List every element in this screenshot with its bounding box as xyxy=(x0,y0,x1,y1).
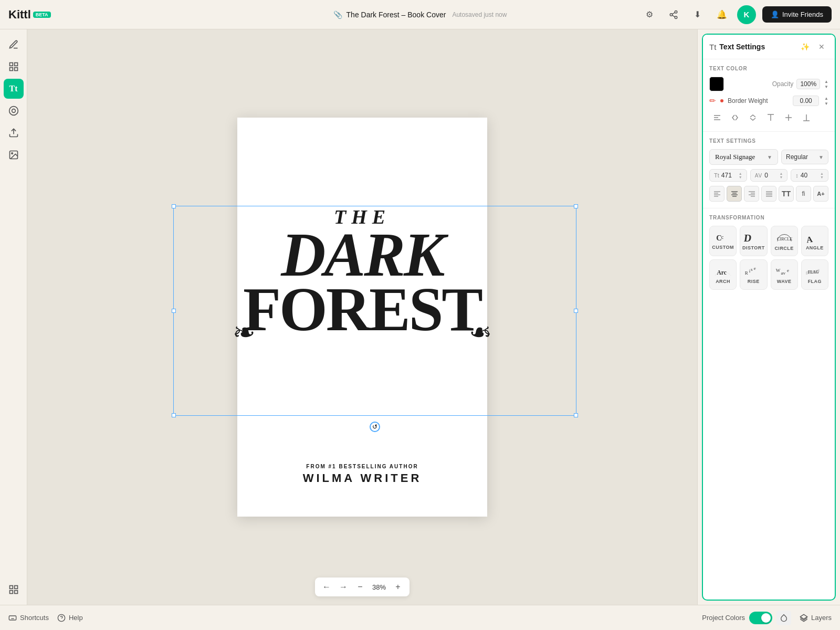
border-color-dot[interactable] xyxy=(720,99,723,102)
file-title[interactable]: The Dark Forest – Book Cover xyxy=(346,10,446,19)
app-logo[interactable]: Kittl BETA xyxy=(8,8,51,22)
canvas-area[interactable]: ↺ THE DARK FOREST ❧ ❧ FROM #1 BEST xyxy=(27,29,697,605)
svg-point-10 xyxy=(12,109,15,113)
sidebar-item-templates[interactable] xyxy=(4,57,24,77)
transform-angle-button[interactable]: A ANGLE xyxy=(801,226,828,256)
line-height-icon: ↕ xyxy=(795,172,799,178)
handle-mid-right[interactable] xyxy=(574,309,578,313)
border-down[interactable]: ▼ xyxy=(824,101,828,106)
font-size-down[interactable]: ▼ xyxy=(739,175,742,179)
layers-button[interactable]: Layers xyxy=(800,614,832,622)
handle-bottom-right[interactable] xyxy=(574,413,578,417)
sidebar-item-photos[interactable] xyxy=(4,145,24,165)
transform-wave-button[interactable]: W av e WAVE xyxy=(771,259,798,290)
sidebar-item-uploads[interactable] xyxy=(4,123,24,143)
handle-top-left[interactable] xyxy=(172,204,176,208)
project-colors-toggle[interactable] xyxy=(749,612,772,624)
align-middle-button[interactable] xyxy=(781,110,796,125)
handle-bottom-left[interactable] xyxy=(172,413,176,417)
font-size-value[interactable]: 471 xyxy=(721,172,737,179)
align-top-button[interactable] xyxy=(763,110,779,125)
metrics-row: Tt 471 ▲ ▼ AV 0 ▲ ▼ xyxy=(709,169,828,182)
align-flip-v-button[interactable] xyxy=(745,110,761,125)
panel-close-button[interactable]: ✕ xyxy=(815,40,828,54)
handle-top-right[interactable] xyxy=(574,204,578,208)
opacity-spinner[interactable]: ▲ ▼ xyxy=(824,79,828,89)
text-align-left-button[interactable] xyxy=(709,186,724,202)
line-height-value[interactable]: 40 xyxy=(801,172,818,179)
sidebar-item-grid[interactable] xyxy=(4,580,24,600)
border-weight-value[interactable]: 0.00 xyxy=(793,96,819,106)
font-size-spinner[interactable]: ▲ ▼ xyxy=(739,172,742,179)
settings-button[interactable]: ⚙ xyxy=(640,6,658,24)
panel-title: Text Settings xyxy=(719,43,798,51)
zoom-arrow-right[interactable]: → xyxy=(336,580,351,594)
invite-friends-button[interactable]: 👤 Invite Friends xyxy=(762,6,832,23)
svg-text:s: s xyxy=(751,267,753,272)
font-size-up[interactable]: ▲ xyxy=(739,172,742,175)
bottom-left: Shortcuts Help xyxy=(8,614,83,622)
transform-arch-button[interactable]: Arc ARCH xyxy=(709,259,737,290)
align-flip-h-button[interactable] xyxy=(727,110,743,125)
line-height-down[interactable]: ▼ xyxy=(820,175,824,179)
tracking-spinner[interactable]: ▲ ▼ xyxy=(779,172,783,179)
border-pencil-icon: ✏ xyxy=(709,96,716,106)
tracking-box[interactable]: AV 0 ▲ ▼ xyxy=(750,169,788,182)
svg-text:R: R xyxy=(745,270,748,275)
book-cover[interactable]: ↺ THE DARK FOREST ❧ ❧ FROM #1 BEST xyxy=(237,118,487,517)
transform-rise-button[interactable]: R i s e RISE xyxy=(740,259,767,290)
tracking-down[interactable]: ▼ xyxy=(779,175,783,179)
line-height-spinner[interactable]: ▲ ▼ xyxy=(820,172,824,179)
text-bold-button[interactable]: TT xyxy=(779,186,794,202)
align-bottom-button[interactable] xyxy=(799,110,814,125)
toggle-knob xyxy=(761,613,771,623)
text-ligature-button[interactable]: fi xyxy=(796,186,811,202)
share-button[interactable] xyxy=(665,6,682,24)
zoom-out-button[interactable]: − xyxy=(353,580,368,594)
zoom-value[interactable]: 38% xyxy=(370,583,388,591)
transform-circle-button[interactable]: CIRCLE CIRCLE xyxy=(771,226,798,256)
tracking-value[interactable]: 0 xyxy=(764,172,777,179)
panel-magic-button[interactable]: ✨ xyxy=(798,40,812,54)
avatar[interactable]: K xyxy=(737,5,756,24)
opacity-value[interactable]: 100% xyxy=(796,79,820,89)
rotate-handle[interactable]: ↺ xyxy=(370,422,380,432)
text-align-right-button[interactable] xyxy=(744,186,759,202)
transform-custom-button[interactable]: C c CUSTOM xyxy=(709,226,737,256)
font-size-box[interactable]: Tt 471 ▲ ▼ xyxy=(709,169,747,182)
sidebar-item-elements[interactable] xyxy=(4,101,24,121)
border-up[interactable]: ▲ xyxy=(824,96,828,101)
header-center: 📎 The Dark Forest – Book Cover Autosaved… xyxy=(333,10,507,19)
text-align-justify-button[interactable] xyxy=(761,186,776,202)
transform-flag-button[interactable]: FLAG FLAG xyxy=(801,259,828,290)
handle-mid-left[interactable] xyxy=(172,309,176,313)
sidebar-item-text[interactable]: Tt xyxy=(4,79,24,99)
color-swatch[interactable] xyxy=(709,77,724,91)
opacity-row: Opacity 100% ▲ ▼ xyxy=(772,79,828,89)
opacity-down[interactable]: ▼ xyxy=(824,84,828,89)
opacity-up[interactable]: ▲ xyxy=(824,79,828,84)
transform-distort-button[interactable]: D DISTORT xyxy=(740,226,767,256)
line-height-box[interactable]: ↕ 40 ▲ ▼ xyxy=(791,169,828,182)
align-left-button[interactable] xyxy=(709,110,725,125)
book-title[interactable]: THE DARK FOREST ❧ ❧ xyxy=(237,207,487,337)
font-family-select[interactable]: Royal Signage ▼ xyxy=(709,149,778,165)
text-align-center-button[interactable] xyxy=(727,186,742,202)
invite-icon: 👤 xyxy=(771,10,779,18)
sidebar-item-design[interactable] xyxy=(4,35,24,55)
zoom-in-button[interactable]: + xyxy=(391,580,405,594)
download-button[interactable]: ⬇ xyxy=(689,6,707,24)
text-case-button[interactable]: A+ xyxy=(813,186,828,202)
line-height-up[interactable]: ▲ xyxy=(820,172,824,175)
zoom-arrow-left[interactable]: ← xyxy=(319,580,334,594)
notifications-button[interactable]: 🔔 xyxy=(713,6,731,24)
shortcuts-button[interactable]: Shortcuts xyxy=(8,614,49,622)
border-spinner[interactable]: ▲ ▼ xyxy=(824,96,828,106)
project-colors-icon-button[interactable] xyxy=(776,611,791,625)
tracking-up[interactable]: ▲ xyxy=(779,172,783,175)
transformation-label: TRANSFORMATION xyxy=(709,215,828,220)
help-button[interactable]: Help xyxy=(57,614,83,622)
font-style-select[interactable]: Regular ▼ xyxy=(781,150,828,164)
svg-point-13 xyxy=(11,153,12,154)
panel-header-actions: ✨ ✕ xyxy=(798,40,828,54)
